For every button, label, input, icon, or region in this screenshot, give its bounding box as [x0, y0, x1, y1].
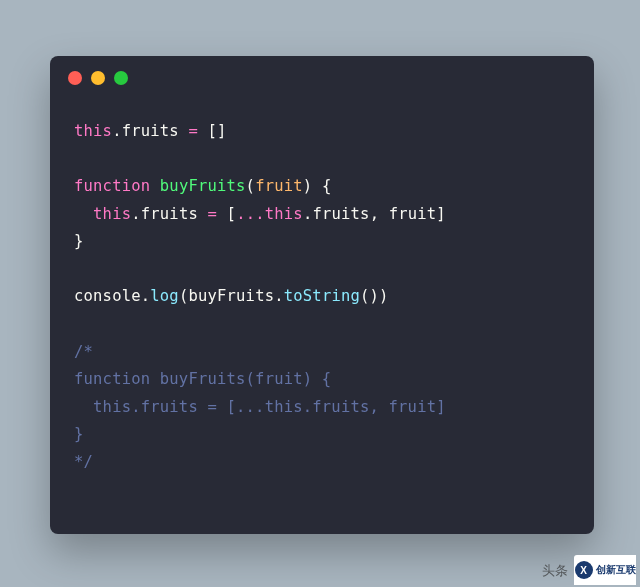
fn-name: buyFruits — [160, 177, 246, 195]
close-icon[interactable] — [68, 71, 82, 85]
watermark-logo: X 创新互联 — [574, 555, 636, 585]
kw-this: this — [74, 122, 112, 140]
maximize-icon[interactable] — [114, 71, 128, 85]
logo-icon: X — [575, 561, 593, 579]
code-block: this.fruits = [] function buyFruits(frui… — [50, 100, 594, 501]
window-titlebar — [50, 56, 594, 100]
code-window: this.fruits = [] function buyFruits(frui… — [50, 56, 594, 534]
watermark-text: 头条 — [542, 562, 568, 580]
param: fruit — [255, 177, 303, 195]
minimize-icon[interactable] — [91, 71, 105, 85]
logo-label: 创新互联 — [596, 563, 636, 577]
kw-function: function — [74, 177, 150, 195]
comment: /* — [74, 343, 93, 361]
